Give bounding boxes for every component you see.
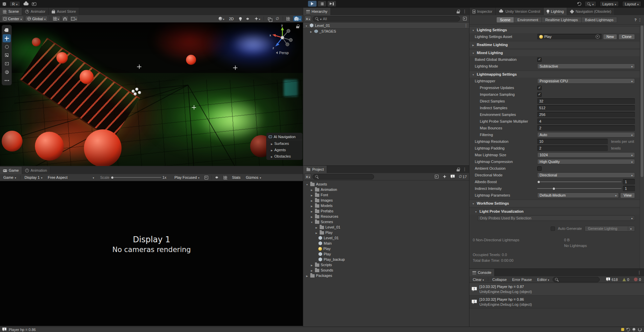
vsync-toggle[interactable] [222, 175, 229, 180]
ambient-occlusion-checkbox[interactable] [537, 166, 542, 171]
foldout-open-icon[interactable] [305, 24, 308, 28]
play-focused-dropdown[interactable]: Play Focused [172, 175, 201, 180]
foldout-open-icon[interactable] [305, 182, 309, 186]
foldout-closed-icon[interactable] [310, 198, 314, 202]
account-menu[interactable]: R [9, 1, 20, 7]
subtab-realtime-lightmaps[interactable]: Realtime Lightmaps [542, 17, 582, 23]
tree-item-images[interactable]: Images [303, 198, 469, 203]
ai-nav-item-obstacles[interactable]: Obstacles [267, 153, 302, 159]
open-search-window-button[interactable] [433, 174, 440, 179]
progress-icon[interactable] [638, 328, 642, 331]
grid-snap-dropdown[interactable] [52, 16, 60, 22]
kebab-menu-icon[interactable] [463, 9, 467, 14]
foldout-closed-icon[interactable] [309, 29, 313, 33]
console-log-entry[interactable]: [10:33:32] Player hp = 0.86 UnityEngine.… [469, 296, 644, 308]
view-button[interactable]: View [620, 193, 635, 198]
foldout-closed-icon[interactable] [310, 209, 314, 213]
lightmapper-dropdown[interactable]: Progressive CPU [537, 78, 635, 84]
tree-item-level01-scene[interactable]: Level_01 [303, 235, 469, 241]
app-grid-icon[interactable] [3, 2, 6, 6]
mute-audio-toggle[interactable] [214, 175, 221, 180]
play-button[interactable] [308, 1, 317, 7]
baked-gi-checkbox[interactable] [537, 57, 542, 62]
tree-item-play-scene[interactable]: Play [303, 251, 469, 257]
create-dropdown[interactable] [305, 174, 311, 179]
scrollbar-thumb[interactable] [641, 26, 643, 177]
tree-item-models[interactable]: Models [303, 203, 469, 208]
lock-icon[interactable] [296, 25, 299, 28]
hidden-items-button[interactable]: 17 [457, 174, 468, 179]
gizmos-dropdown[interactable]: Gizmos [244, 175, 263, 180]
custom-tool-button[interactable] [3, 76, 11, 84]
section-mixed-lighting[interactable]: Mixed Lighting [469, 49, 640, 56]
project-search-input[interactable] [313, 174, 374, 179]
object-picker-icon[interactable] [596, 35, 600, 39]
tree-item-resources[interactable]: Resources [303, 214, 469, 219]
tab-asset-store[interactable]: Asset Store [49, 8, 79, 15]
tree-item-play-lighting[interactable]: Play [303, 246, 469, 251]
lightmap-parameters-dropdown[interactable]: Default-Medium [537, 193, 619, 198]
game-mode-dropdown[interactable]: Game [1, 175, 18, 180]
view-tool-button[interactable] [3, 26, 11, 34]
section-workflow-settings[interactable]: Workflow Settings [469, 200, 640, 207]
tree-item-scripts[interactable]: Scripts [303, 262, 469, 267]
error-count-toggle[interactable]: 0 [632, 278, 643, 282]
tab-animation[interactable]: Animation [22, 167, 50, 174]
foldout-closed-icon[interactable] [310, 268, 314, 272]
tree-item-scenes[interactable]: Scenes [303, 219, 469, 224]
status-message[interactable]: Player hp = 0.86 [9, 328, 36, 332]
progressive-updates-checkbox[interactable] [537, 86, 542, 90]
hierarchy-search-input[interactable]: All [313, 16, 460, 22]
refresh-icon[interactable] [627, 328, 630, 331]
rect-tool-button[interactable] [3, 59, 11, 68]
subtab-environment[interactable]: Environment [514, 17, 542, 23]
new-button[interactable]: New [603, 34, 617, 40]
stats-toggle[interactable]: Stats [230, 175, 242, 180]
environment-samples-input[interactable]: 256 [537, 112, 635, 117]
ai-navigation-header[interactable]: AI Navigation [267, 133, 302, 140]
tree-item-sounds[interactable]: Sounds [303, 267, 469, 273]
lightmap-compression-dropdown[interactable]: High Quality [537, 159, 635, 164]
tab-hierarchy[interactable]: Hierarchy [303, 8, 331, 15]
game-viewport[interactable]: Display 1 No cameras rendering [0, 181, 303, 326]
scene-lighting-toggle[interactable] [237, 16, 244, 22]
bell-icon[interactable] [632, 328, 636, 331]
snap-increment-dropdown[interactable] [70, 16, 78, 22]
layers-dropdown[interactable]: Layers [600, 1, 619, 7]
foldout-closed-icon[interactable] [310, 214, 314, 218]
tree-item-level01-folder[interactable]: Level_01 [303, 224, 469, 230]
foldout-closed-icon[interactable] [305, 274, 309, 278]
scene-audio-toggle[interactable] [245, 16, 252, 22]
tree-item-main-scene[interactable]: Main [303, 241, 469, 246]
hierarchy-scene-row[interactable]: Level_01 [303, 23, 469, 29]
tab-scene[interactable]: Scene [0, 8, 22, 15]
foldout-closed-icon[interactable] [310, 204, 314, 208]
foldout-open-icon[interactable] [310, 220, 314, 224]
tree-item-packages[interactable]: Packages [303, 273, 469, 278]
scene-viewport[interactable]: y x z Persp AI Navigation Surfaces Agent… [0, 23, 303, 166]
undo-history-icon[interactable] [578, 2, 581, 6]
services-icon[interactable] [32, 2, 36, 6]
clear-dropdown[interactable]: Clear [471, 277, 486, 282]
subtab-scene[interactable]: Scene [497, 17, 514, 23]
indirect-intensity-slider[interactable] [537, 186, 622, 191]
tab-console[interactable]: Console [469, 269, 495, 276]
kebab-menu-icon[interactable] [463, 167, 467, 172]
scale-slider[interactable] [111, 175, 161, 180]
transform-tool-button[interactable] [3, 68, 11, 76]
tab-game[interactable]: Game [0, 167, 22, 174]
tree-item-font[interactable]: Font [303, 192, 469, 198]
pause-button[interactable] [318, 1, 326, 7]
albedo-boost-slider[interactable] [537, 179, 622, 184]
lock-icon[interactable] [457, 10, 460, 13]
max-bounces-input[interactable]: 2 [537, 125, 635, 131]
display-dropdown[interactable]: Display 1 [22, 175, 44, 180]
foldout-closed-icon[interactable] [315, 225, 318, 229]
auto-generate-checkbox[interactable] [551, 226, 555, 231]
foldout-closed-icon[interactable] [310, 263, 314, 267]
overlay-layers-button[interactable] [266, 16, 273, 22]
lock-icon[interactable] [457, 168, 460, 171]
section-lightmapping-settings[interactable]: Lightmapping Settings [469, 71, 640, 78]
global-search-button[interactable] [585, 1, 596, 7]
move-tool-button[interactable] [3, 34, 11, 42]
